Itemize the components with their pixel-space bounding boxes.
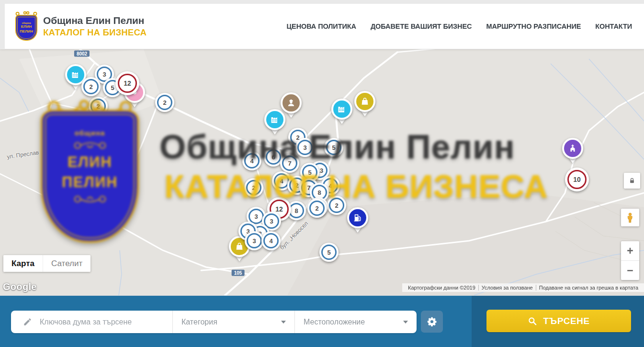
page-edge — [0, 4, 5, 49]
church-icon — [562, 138, 583, 159]
cluster-count: 3 — [102, 71, 106, 78]
site-logo[interactable]: община ЕЛИН ПЕЛИН Община Елин Пелин КАТА… — [15, 12, 147, 41]
markers-layer: 2325122235647135422748228122338334510 — [0, 49, 644, 295]
cluster-count: 2 — [315, 205, 318, 212]
nav-item[interactable]: ЦЕНОВА ПОЛИТИКА — [287, 22, 356, 30]
brand-subtitle: КАТАЛОГ НА БИЗНЕСА — [43, 27, 147, 38]
pegman-button[interactable] — [621, 209, 639, 226]
cluster-count: 3 — [270, 218, 273, 225]
shopping-pin[interactable] — [354, 91, 375, 112]
keyword-section — [11, 311, 172, 333]
category-dropdown-label: Категория — [181, 318, 217, 326]
cluster-count: 12 — [275, 205, 283, 213]
marker-cluster[interactable]: 5 — [324, 138, 343, 157]
map-type-map-button[interactable]: Карта — [3, 255, 43, 272]
terms-link[interactable]: Условия за ползване — [478, 285, 536, 291]
main-nav: ЦЕНОВА ПОЛИТИКАДОБАВЕТЕ ВАШИЯТ БИЗНЕСМАР… — [287, 22, 632, 30]
factory-pin[interactable] — [264, 109, 285, 130]
cluster-count: 2 — [335, 202, 338, 209]
cluster-count: 3 — [254, 213, 258, 220]
brand-title: Община Елин Пелин — [43, 15, 147, 26]
cluster-count: 12 — [124, 79, 131, 87]
chevron-down-icon — [281, 321, 286, 324]
chevron-down-icon — [403, 321, 408, 324]
zoom-control: + − — [621, 241, 639, 280]
marker-cluster[interactable]: 2 — [307, 199, 327, 218]
church-pin[interactable] — [562, 138, 583, 159]
map-canvas[interactable]: 8002105ул. Преславбул. „Новоселции 23251… — [0, 49, 644, 295]
search-button-label: ТЪРСЕНЕ — [543, 316, 589, 326]
search-submit-button[interactable]: ТЪРСЕНЕ — [486, 310, 631, 332]
location-dropdown[interactable]: Местоположение — [294, 311, 417, 333]
marker-cluster[interactable]: 4 — [242, 151, 261, 170]
cluster-count: 4 — [269, 237, 272, 245]
factory-pin[interactable] — [331, 99, 352, 120]
header: община ЕЛИН ПЕЛИН Община Елин Пелин КАТА… — [0, 4, 644, 49]
advanced-settings-button[interactable] — [421, 311, 443, 333]
category-dropdown[interactable]: Категория — [172, 311, 294, 333]
map-type-control: Карта Сателит — [3, 255, 90, 272]
search-bar: Категория Местоположение ТЪРСЕНЕ — [0, 295, 644, 347]
lock-button[interactable] — [624, 173, 640, 189]
cluster-count: 2 — [295, 182, 298, 189]
keyword-search-input[interactable] — [39, 317, 156, 327]
location-dropdown-label: Местоположение — [304, 318, 365, 326]
nav-item[interactable]: ДОБАВЕТЕ ВАШИЯТ БИЗНЕС — [371, 22, 472, 30]
zoom-out-button[interactable]: − — [621, 261, 639, 280]
cluster-count: 3 — [252, 237, 256, 245]
cluster-count: 4 — [280, 178, 283, 185]
cluster-count: 8 — [294, 207, 298, 214]
cluster-count: 5 — [327, 249, 330, 256]
cluster-count: 7 — [288, 160, 291, 167]
cluster-count: 6 — [271, 154, 275, 161]
zoom-in-button[interactable]: + — [621, 241, 639, 261]
attribution-copyright: Картографски данни ©2019 — [405, 285, 478, 291]
cluster-count: 8 — [317, 189, 321, 196]
cluster-count: 10 — [573, 176, 581, 183]
cluster-count: 2 — [163, 99, 166, 106]
marker-cluster[interactable]: 4 — [261, 231, 281, 250]
marker-cluster[interactable]: 2 — [244, 178, 263, 197]
marker-cluster[interactable]: 12 — [115, 71, 139, 95]
cluster-count: 2 — [89, 83, 92, 90]
factory-icon — [331, 99, 352, 120]
marker-cluster[interactable]: 2 — [89, 97, 108, 116]
gear-icon — [427, 316, 437, 327]
google-logo[interactable]: Google — [3, 281, 37, 292]
page-top-strip — [0, 0, 644, 4]
crest-shield: община ЕЛИН ПЕЛИН — [15, 15, 37, 41]
crest-name-line2: ПЕЛИН — [20, 30, 33, 34]
marker-cluster[interactable]: 3 — [245, 231, 264, 250]
search-field-group: Категория Местоположение — [11, 311, 417, 333]
map-type-satellite-button[interactable]: Сателит — [43, 255, 90, 272]
nav-item[interactable]: КОНТАКТИ — [595, 22, 632, 30]
marker-cluster[interactable]: 2 — [155, 93, 174, 112]
fuel-station-pin[interactable] — [347, 207, 368, 228]
marker-cluster[interactable]: 2 — [81, 77, 101, 96]
report-error-link[interactable]: Подаване на сигнал за грешка в картата — [536, 285, 641, 291]
nav-item[interactable]: МАРШРУТНО РАЗПИСАНИЕ — [486, 22, 581, 30]
pencil-icon — [23, 317, 32, 326]
magnifier-icon — [528, 316, 537, 326]
municipality-crest-logo: община ЕЛИН ПЕЛИН — [15, 12, 37, 41]
cluster-count: 4 — [250, 157, 253, 165]
cluster-count: 4 — [328, 182, 332, 190]
marker-cluster[interactable]: 7 — [280, 154, 299, 173]
marker-cluster[interactable]: 2 — [327, 196, 346, 215]
lock-icon — [628, 177, 636, 185]
cluster-count: 5 — [308, 169, 311, 176]
factory-icon — [264, 109, 285, 130]
shopping-bag-icon — [354, 91, 375, 112]
cluster-count: 3 — [303, 144, 306, 151]
cluster-count: 5 — [332, 144, 335, 151]
cluster-count: 5 — [111, 84, 114, 91]
crest-name-line1: ЕЛИН — [21, 25, 32, 29]
fuel-icon — [347, 207, 368, 228]
marker-cluster[interactable]: 3 — [295, 138, 315, 157]
cluster-count: 2 — [252, 184, 255, 191]
cluster-count: 2 — [96, 103, 100, 110]
pegman-icon — [624, 212, 636, 224]
map-attribution: Картографски данни ©2019 Условия за полз… — [402, 283, 644, 292]
marker-cluster[interactable]: 5 — [319, 243, 339, 262]
marker-cluster[interactable]: 10 — [565, 168, 589, 191]
